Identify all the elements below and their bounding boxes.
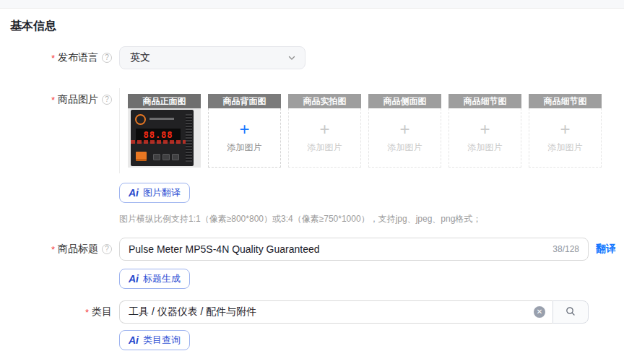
device-buttons — [153, 154, 179, 160]
ai-title-generate-button[interactable]: Ai 标题生成 — [119, 269, 190, 289]
help-icon[interactable] — [102, 53, 112, 63]
page-title: 基本信息 — [10, 19, 624, 33]
row-category: * 类目 工具 / 仪器仪表 / 配件与附件 Ai 类目查询 — [0, 300, 624, 350]
image-tile-real-shot: 商品实拍图 添加图片 — [288, 94, 361, 168]
image-tile-side: 商品侧面图 添加图片 — [368, 94, 441, 168]
device-orange-label — [136, 152, 147, 161]
row-publish-language: * 发布语言 英文 — [0, 46, 624, 69]
device-side-fins — [186, 114, 192, 162]
add-image-label: 添加图片 — [228, 142, 262, 154]
image-tile-detail-1-title: 商品细节图 — [448, 94, 521, 108]
translate-link[interactable]: 翻译 — [596, 243, 616, 256]
product-title-label: * 商品标题 — [0, 238, 119, 261]
image-tile-front[interactable]: 商品正面图 88.88 — [128, 94, 201, 168]
add-image-label: 添加图片 — [468, 142, 503, 154]
image-requirements-hint: 图片横纵比例支持1:1（像素≥800*800）或3:4（像素≥750*1000）… — [119, 213, 481, 225]
category-value: 工具 / 仪器仪表 / 配件与附件 — [129, 306, 534, 318]
device-brand-bar — [150, 118, 174, 120]
chevron-down-icon — [287, 53, 296, 62]
plus-icon — [239, 122, 249, 136]
plus-icon — [399, 122, 410, 136]
category-label-text: 类目 — [92, 306, 112, 318]
publish-language-label: * 发布语言 — [0, 46, 119, 69]
row-product-title: * 商品标题 Pulse Meter MP5S-4N Quality Guara… — [0, 238, 624, 289]
product-title-value: Pulse Meter MP5S-4N Quality Guaranteed — [129, 243, 547, 255]
image-tile-real-shot-title: 商品实拍图 — [288, 94, 361, 108]
product-title-label-text: 商品标题 — [58, 243, 98, 256]
image-tile-front-title: 商品正面图 — [128, 94, 201, 108]
image-tile-back[interactable]: 商品背面图 添加图片 — [208, 94, 281, 168]
ai-logo: Ai — [129, 273, 139, 285]
required-asterisk: * — [85, 307, 89, 318]
image-tile-detail-2-title: 商品细节图 — [529, 94, 602, 108]
help-icon[interactable] — [102, 95, 112, 105]
image-tile-side-title: 商品侧面图 — [368, 94, 441, 108]
device-logo — [135, 114, 146, 125]
red-watermark — [131, 140, 191, 144]
add-image-label: 添加图片 — [308, 142, 342, 154]
image-tile-detail-1: 商品细节图 添加图片 — [448, 94, 521, 168]
search-icon — [565, 306, 576, 319]
add-image-label: 添加图片 — [388, 142, 422, 154]
category-search-button[interactable] — [552, 300, 589, 324]
plus-icon — [319, 122, 329, 136]
image-tile-detail-2: 商品细节图 添加图片 — [529, 94, 602, 168]
clear-icon[interactable] — [534, 306, 545, 318]
ai-logo: Ai — [129, 187, 139, 199]
top-bar — [0, 0, 624, 9]
product-title-input[interactable]: Pulse Meter MP5S-4N Quality Guaranteed 3… — [119, 238, 589, 261]
product-front-photo: 88.88 — [128, 108, 201, 168]
ai-title-generate-label: 标题生成 — [143, 272, 181, 285]
publish-language-label-text: 发布语言 — [58, 51, 98, 64]
ai-category-query-button[interactable]: Ai 类目查询 — [119, 330, 190, 350]
row-product-images: * 商品图片 商品正面图 88.88 — [0, 88, 624, 225]
required-asterisk: * — [51, 244, 55, 255]
publish-language-select[interactable]: 英文 — [119, 46, 306, 69]
image-tile-back-title: 商品背面图 — [208, 94, 281, 108]
add-image-label: 添加图片 — [548, 142, 583, 154]
required-asterisk: * — [51, 95, 55, 105]
plus-icon — [560, 122, 570, 136]
help-icon[interactable] — [102, 244, 112, 254]
ai-category-query-label: 类目查询 — [143, 334, 181, 347]
category-input[interactable]: 工具 / 仪器仪表 / 配件与附件 — [119, 300, 552, 324]
char-counter: 38/128 — [552, 244, 579, 254]
publish-language-value: 英文 — [130, 51, 287, 64]
plus-icon — [480, 122, 490, 136]
required-asterisk: * — [51, 53, 55, 64]
category-label: * 类目 — [0, 300, 119, 324]
product-images-label-text: 商品图片 — [58, 93, 98, 106]
product-images-label: * 商品图片 — [0, 88, 119, 111]
pulse-meter-device: 88.88 — [131, 110, 194, 166]
ai-image-translate-button[interactable]: Ai 图片翻译 — [119, 183, 190, 203]
ai-logo: Ai — [129, 334, 139, 346]
image-upload-tiles: 商品正面图 88.88 商品背面图 — [119, 88, 602, 173]
ai-image-translate-label: 图片翻译 — [143, 186, 181, 199]
